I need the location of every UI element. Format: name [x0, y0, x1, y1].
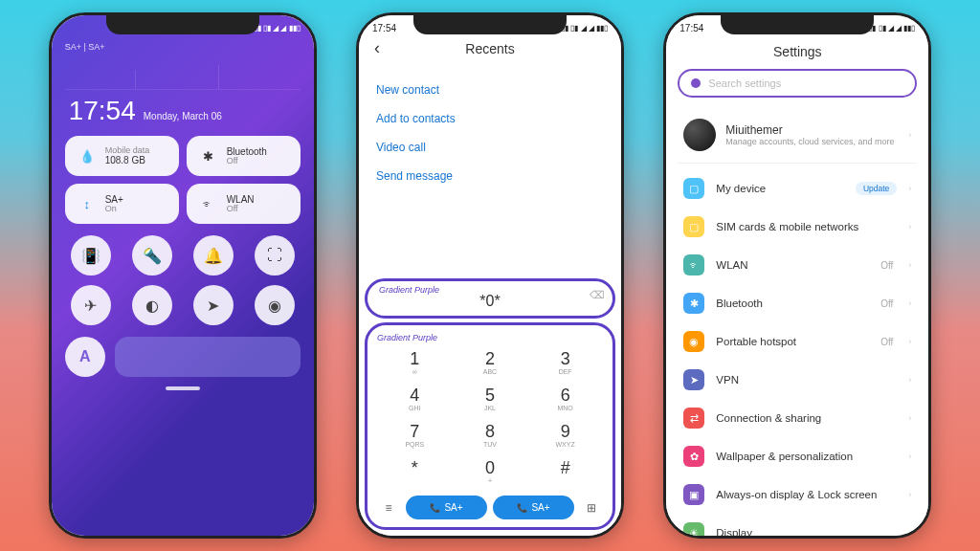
- tile-network[interactable]: ↕SA+On: [65, 184, 179, 224]
- item-value: Off: [880, 337, 893, 347]
- status-bar: ⬚ ▯▮ ▯▮ ◢ ◢ ▮▮▯: [52, 19, 314, 36]
- link-new-contact[interactable]: New contact: [376, 76, 604, 104]
- page-title: Recents: [391, 41, 589, 56]
- item-icon: ▢: [683, 216, 704, 237]
- settings-item[interactable]: ▢SIM cards & mobile networks›: [678, 208, 917, 246]
- link-send-message[interactable]: Send message: [376, 162, 604, 190]
- item-value: Off: [880, 298, 893, 309]
- dial-key-4[interactable]: 4GHI: [377, 381, 453, 417]
- item-icon: ✱: [683, 293, 704, 314]
- dial-key-1[interactable]: 1∞: [377, 344, 453, 381]
- chevron-right-icon: ›: [908, 375, 911, 385]
- settings-item[interactable]: ⇄Connection & sharing›: [678, 399, 917, 437]
- item-label: Portable hotspot: [716, 336, 869, 347]
- mute-icon[interactable]: 🔔: [193, 235, 234, 276]
- settings-item[interactable]: ᯤWLANOff›: [678, 246, 917, 284]
- phone-settings: 17:54 ⬚ ▯▮ ▯▮ ◢ ◢ ▮▮▯ Settings Search se…: [663, 12, 931, 539]
- status-icons: ⬚ ▯▮ ▯▮ ◢ ◢ ▮▮▯: [858, 24, 915, 33]
- item-label: My device: [716, 183, 844, 194]
- auto-brightness-button[interactable]: A: [65, 337, 105, 377]
- account-row[interactable]: Miuithemer Manage accounts, cloud servic…: [678, 111, 917, 164]
- dialed-number: *0*: [377, 287, 603, 312]
- chevron-right-icon: ›: [908, 337, 911, 346]
- tile-wlan[interactable]: ᯤWLANOff: [187, 184, 301, 224]
- dial-key-2[interactable]: 2ABC: [453, 344, 528, 381]
- brightness-row: A: [65, 337, 301, 377]
- phone-control-center: ⬚ ▯▮ ▯▮ ◢ ◢ ▮▮▯ SA+ | SA+ 17:54 Monday, …: [49, 12, 317, 539]
- number-display: Gradient Purple *0* ⌫: [365, 278, 615, 319]
- item-value: Off: [880, 260, 893, 271]
- tile-bluetooth[interactable]: ✱BluetoothOff: [187, 136, 301, 176]
- dial-key-*[interactable]: *: [377, 453, 453, 490]
- link-add-contacts[interactable]: Add to contacts: [376, 104, 604, 133]
- item-icon: ⇄: [683, 408, 704, 429]
- dial-key-8[interactable]: 8TUV: [453, 417, 528, 453]
- clock-time: 17:54: [69, 96, 136, 126]
- dark-mode-icon[interactable]: ◐: [132, 285, 172, 325]
- airplane-icon[interactable]: ✈: [71, 285, 111, 325]
- screenshot-icon[interactable]: ⛶: [255, 235, 295, 276]
- back-icon[interactable]: ‹: [374, 38, 380, 58]
- link-video-call[interactable]: Video call: [376, 133, 604, 162]
- avatar: [683, 119, 716, 151]
- menu-icon[interactable]: ≡: [377, 501, 400, 515]
- item-icon: ▣: [683, 484, 704, 505]
- chevron-right-icon: ›: [908, 528, 911, 536]
- settings-item[interactable]: ▣Always-on display & Lock screen›: [678, 475, 917, 514]
- eye-icon[interactable]: ◉: [255, 285, 295, 325]
- item-icon: ▢: [683, 178, 704, 199]
- item-label: VPN: [716, 374, 897, 386]
- item-label: SIM cards & mobile networks: [716, 221, 897, 232]
- settings-item[interactable]: ◉Portable hotspotOff›: [678, 322, 917, 361]
- chevron-right-icon: ›: [908, 298, 911, 308]
- item-label: Wallpaper & personalization: [716, 451, 897, 462]
- item-icon: ✿: [683, 446, 704, 467]
- dial-key-6[interactable]: 6MNO: [527, 381, 603, 417]
- tile-mobile-data[interactable]: 💧Mobile data108.8 GB: [65, 136, 179, 176]
- call-sim2-button[interactable]: 📞SA+: [493, 496, 574, 519]
- time-row: 17:54 Monday, March 06: [65, 96, 301, 126]
- account-sub: Manage accounts, cloud services, and mor…: [725, 137, 899, 147]
- settings-item[interactable]: ✱BluetoothOff›: [678, 284, 917, 322]
- status-time: 17:54: [372, 23, 396, 33]
- chevron-right-icon: ›: [908, 184, 911, 193]
- dial-key-7[interactable]: 7PQRS: [377, 417, 453, 453]
- status-bar: 17:54 ⬚ ▯▮ ▯▮ ◢ ◢ ▮▮▯: [359, 19, 621, 36]
- settings-item[interactable]: ✿Wallpaper & personalization›: [678, 437, 917, 475]
- dial-key-0[interactable]: 0+: [453, 453, 528, 490]
- update-badge: Update: [856, 182, 897, 195]
- status-icons: ⬚ ▯▮ ▯▮ ◢ ◢ ▮▮▯: [244, 24, 301, 33]
- brightness-slider[interactable]: [115, 337, 301, 377]
- usage-chart: [65, 52, 301, 90]
- dial-key-#[interactable]: #: [527, 453, 603, 490]
- phone-icon: 📞: [517, 503, 527, 513]
- backspace-icon[interactable]: ⌫: [590, 289, 605, 301]
- vibrate-icon[interactable]: 📳: [71, 235, 111, 276]
- call-sim1-button[interactable]: 📞SA+: [406, 496, 487, 519]
- control-tiles: 💧Mobile data108.8 GB ✱BluetoothOff ↕SA+O…: [65, 136, 301, 224]
- settings-list: ▢My deviceUpdate›▢SIM cards & mobile net…: [678, 169, 917, 536]
- settings-item[interactable]: ➤VPN›: [678, 361, 917, 399]
- dialpad-icon[interactable]: ⊞: [580, 501, 603, 515]
- wifi-icon: ᯤ: [198, 193, 219, 214]
- dial-key-9[interactable]: 9WXYZ: [527, 417, 603, 453]
- item-label: Display: [716, 527, 897, 536]
- location-icon[interactable]: ➤: [193, 285, 234, 325]
- water-icon: 💧: [77, 145, 98, 166]
- settings-item[interactable]: ▢My deviceUpdate›: [678, 169, 917, 208]
- chevron-right-icon: ›: [908, 130, 911, 140]
- settings-item[interactable]: ☀Display›: [678, 514, 917, 536]
- search-input[interactable]: Search settings: [678, 69, 917, 98]
- item-label: Connection & sharing: [716, 412, 897, 424]
- signal-icon: ↕: [77, 193, 98, 214]
- status-bar: 17:54 ⬚ ▯▮ ▯▮ ◢ ◢ ▮▮▯: [666, 19, 928, 36]
- status-time: 17:54: [679, 23, 703, 33]
- item-icon: ☀: [683, 522, 704, 536]
- chevron-right-icon: ›: [908, 452, 911, 461]
- account-name: Miuithemer: [725, 123, 899, 137]
- flashlight-icon[interactable]: 🔦: [132, 235, 172, 276]
- drag-handle[interactable]: [166, 386, 200, 390]
- dial-key-3[interactable]: 3DEF: [527, 344, 603, 381]
- action-links: New contact Add to contacts Video call S…: [359, 66, 621, 200]
- dial-key-5[interactable]: 5JKL: [453, 381, 528, 417]
